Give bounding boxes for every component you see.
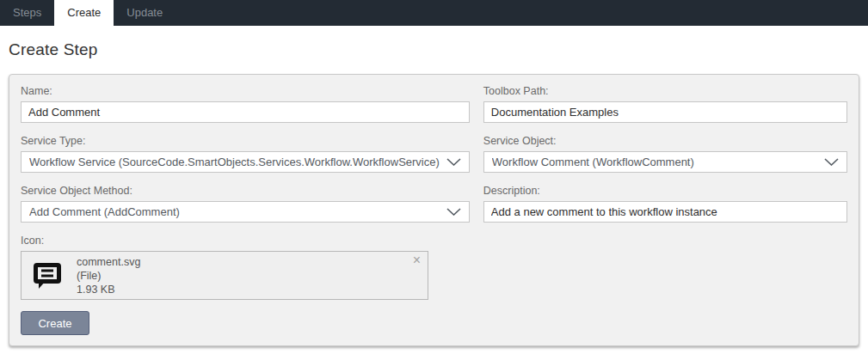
chevron-down-icon	[824, 158, 839, 166]
name-field-group: Name:	[21, 85, 470, 123]
name-input[interactable]	[21, 101, 470, 123]
tab-update[interactable]: Update	[114, 0, 175, 26]
toolbox-path-field-group: Toolbox Path:	[483, 85, 847, 123]
service-object-select[interactable]: Workflow Comment (WorkflowComment)	[483, 151, 847, 173]
tab-create[interactable]: Create	[54, 0, 114, 26]
service-object-method-field-group: Service Object Method: Add Comment (AddC…	[21, 185, 470, 223]
icon-label: Icon:	[21, 235, 428, 247]
form-grid: Name: Toolbox Path: Service Type: Workfl…	[21, 85, 847, 235]
file-name: comment.svg	[77, 255, 140, 269]
service-type-field-group: Service Type: Workflow Service (SourceCo…	[21, 135, 470, 173]
service-type-select[interactable]: Workflow Service (SourceCode.SmartObject…	[21, 151, 470, 173]
file-kind: (File)	[77, 269, 140, 283]
chevron-down-icon	[446, 158, 461, 166]
create-step-panel: Name: Toolbox Path: Service Type: Workfl…	[9, 74, 859, 346]
description-input[interactable]	[483, 201, 847, 223]
toolbox-path-input[interactable]	[483, 101, 847, 123]
toolbox-path-label: Toolbox Path:	[483, 85, 847, 97]
icon-field-group: Icon: comment.svg (File) 1.93 KB ×	[21, 235, 428, 300]
page-title: Create Step	[9, 40, 868, 59]
icon-file-chip: comment.svg (File) 1.93 KB ×	[21, 251, 428, 300]
service-object-method-label: Service Object Method:	[21, 185, 470, 197]
service-object-value: Workflow Comment (WorkflowComment)	[492, 156, 694, 168]
tab-bar: Steps Create Update	[0, 0, 868, 26]
file-size: 1.93 KB	[77, 283, 140, 296]
name-label: Name:	[21, 85, 470, 97]
service-object-field-group: Service Object: Workflow Comment (Workfl…	[483, 135, 847, 173]
tab-steps[interactable]: Steps	[0, 0, 54, 26]
service-object-method-select[interactable]: Add Comment (AddComment)	[21, 201, 470, 223]
service-type-value: Workflow Service (SourceCode.SmartObject…	[29, 156, 440, 168]
service-object-method-value: Add Comment (AddComment)	[29, 205, 180, 218]
file-meta: comment.svg (File) 1.93 KB	[77, 255, 140, 296]
chevron-down-icon	[446, 208, 461, 216]
comment-icon	[32, 260, 63, 291]
remove-file-icon[interactable]: ×	[413, 253, 421, 268]
description-label: Description:	[483, 185, 847, 197]
create-button[interactable]: Create	[21, 311, 89, 335]
service-type-label: Service Type:	[21, 135, 470, 147]
service-object-label: Service Object:	[483, 135, 847, 147]
description-field-group: Description:	[483, 185, 847, 223]
